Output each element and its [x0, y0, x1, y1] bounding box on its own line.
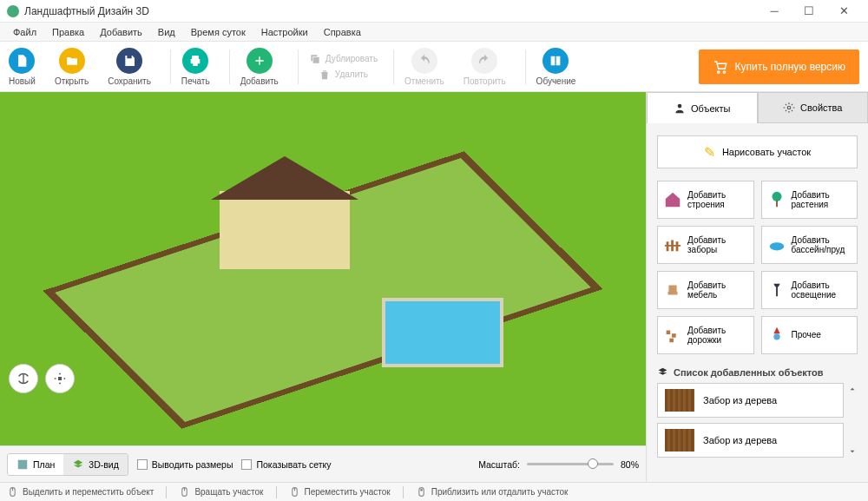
draw-plot-button[interactable]: ✎ Нарисовать участок [657, 135, 858, 168]
print-icon [182, 48, 208, 74]
save-icon [116, 48, 142, 74]
toolbar: Новый Открыть Сохранить Печать Добавить … [0, 42, 868, 92]
cart-icon [713, 59, 728, 75]
svg-point-19 [420, 490, 422, 491]
gnome-icon [767, 326, 786, 345]
minimize-button[interactable]: ─ [757, 1, 792, 22]
fence-thumbnail-icon [665, 389, 694, 412]
add-button[interactable]: Добавить [240, 48, 279, 86]
delete-button[interactable]: Удалить [309, 69, 378, 81]
show-grid-checkbox[interactable]: Показывать сетку [241, 459, 331, 470]
layers-icon [657, 366, 668, 378]
fence-thumbnail-icon [665, 429, 694, 452]
list-item[interactable]: Забор из дерева [657, 423, 844, 458]
plan-view-button[interactable]: План [8, 454, 63, 475]
close-button[interactable]: ✕ [826, 1, 861, 22]
lamp-icon [767, 280, 786, 300]
chevron-down-icon [848, 447, 857, 456]
list-scrollbar[interactable] [847, 383, 858, 458]
mouse-icon [289, 486, 300, 498]
svg-rect-10 [669, 339, 674, 343]
svg-point-5 [772, 192, 781, 201]
house-icon [663, 190, 682, 209]
add-pool-button[interactable]: Добавить бассейн/пруд [761, 226, 858, 264]
scale-value: 80% [621, 459, 639, 470]
menu-file[interactable]: Файл [5, 24, 44, 40]
duplicate-button[interactable]: Дублировать [309, 53, 378, 65]
scale-label: Масштаб: [478, 459, 520, 470]
svg-point-3 [678, 103, 682, 108]
right-panel: Объекты Свойства ✎ Нарисовать участок До… [646, 92, 868, 482]
pan-button[interactable] [45, 364, 75, 393]
list-item[interactable]: Забор из дерева [657, 383, 844, 418]
new-button[interactable]: Новый [9, 48, 36, 86]
svg-point-11 [773, 333, 779, 339]
svg-rect-8 [667, 331, 671, 335]
pool-icon [767, 235, 786, 254]
menu-edit[interactable]: Правка [44, 24, 92, 40]
buy-button[interactable]: Купить полную версию [699, 49, 859, 84]
3d-view-button[interactable]: 3D-вид [63, 454, 128, 475]
path-icon [663, 326, 682, 345]
app-logo-icon [7, 5, 19, 17]
hint-move: Переместить участок [289, 486, 391, 498]
add-fences-button[interactable]: Добавить заборы [657, 226, 754, 264]
folder-icon [59, 48, 85, 74]
svg-rect-6 [776, 201, 778, 207]
menu-timeofday[interactable]: Время суток [183, 24, 253, 40]
svg-rect-2 [18, 459, 28, 469]
menu-add[interactable]: Добавить [92, 24, 150, 40]
add-plants-button[interactable]: Добавить растения [761, 181, 858, 219]
svg-point-7 [769, 242, 784, 250]
maximize-button[interactable]: ☐ [792, 1, 826, 22]
pencil-icon: ✎ [704, 144, 715, 161]
undo-icon [411, 48, 437, 74]
view-mode-toggle: План 3D-вид [7, 453, 128, 476]
orbit-button[interactable] [9, 364, 38, 393]
menu-settings[interactable]: Настройки [253, 24, 316, 40]
titlebar: Ландшафтный Дизайн 3D ─ ☐ ✕ [0, 0, 868, 23]
book-icon [542, 48, 569, 74]
add-buildings-button[interactable]: Добавить строения [657, 181, 754, 219]
menu-view[interactable]: Вид [150, 24, 183, 40]
svg-rect-9 [672, 333, 676, 338]
menubar: Файл Правка Добавить Вид Время суток Нас… [0, 23, 868, 42]
menu-help[interactable]: Справка [316, 24, 369, 40]
fence-icon [663, 235, 682, 254]
tab-properties[interactable]: Свойства [758, 92, 869, 123]
3d-canvas[interactable] [0, 92, 646, 445]
object-list: Забор из дерева Забор из дерева [657, 383, 844, 458]
tab-objects[interactable]: Объекты [647, 92, 758, 123]
add-lighting-button[interactable]: Добавить освещение [761, 271, 858, 309]
svg-point-1 [723, 70, 725, 72]
redo-button[interactable]: Повторить [464, 48, 506, 86]
add-paths-button[interactable]: Добавить дорожки [657, 316, 754, 354]
save-button[interactable]: Сохранить [108, 48, 151, 86]
view-controls-bar: План 3D-вид Выводить размеры Показывать … [0, 445, 646, 482]
gear-icon [783, 102, 795, 114]
add-furniture-button[interactable]: Добавить мебель [657, 271, 754, 309]
mouse-icon [7, 486, 18, 498]
chevron-up-icon [848, 385, 857, 393]
hint-select: Выделить и переместить объект [7, 486, 154, 498]
undo-button[interactable]: Отменить [404, 48, 444, 86]
scale-slider[interactable] [527, 463, 614, 465]
hint-rotate: Вращать участок [179, 486, 263, 498]
chair-icon [663, 280, 682, 300]
print-button[interactable]: Печать [181, 48, 210, 86]
tutorial-button[interactable]: Обучение [536, 48, 576, 86]
viewport: План 3D-вид Выводить размеры Показывать … [0, 92, 646, 482]
window-title: Ландшафтный Дизайн 3D [24, 5, 757, 17]
svg-point-4 [787, 106, 791, 109]
svg-point-0 [717, 70, 719, 72]
statusbar: Выделить и переместить объект Вращать уч… [0, 482, 868, 501]
object-list-header: Список добавленных объектов [657, 366, 858, 378]
open-button[interactable]: Открыть [55, 48, 89, 86]
show-dimensions-checkbox[interactable]: Выводить размеры [137, 459, 233, 470]
mouse-scroll-icon [416, 486, 427, 498]
mouse-icon [179, 486, 190, 498]
redo-icon [471, 48, 497, 74]
add-other-button[interactable]: Прочее [761, 316, 858, 354]
file-icon [9, 48, 35, 74]
tree-icon [767, 190, 786, 209]
